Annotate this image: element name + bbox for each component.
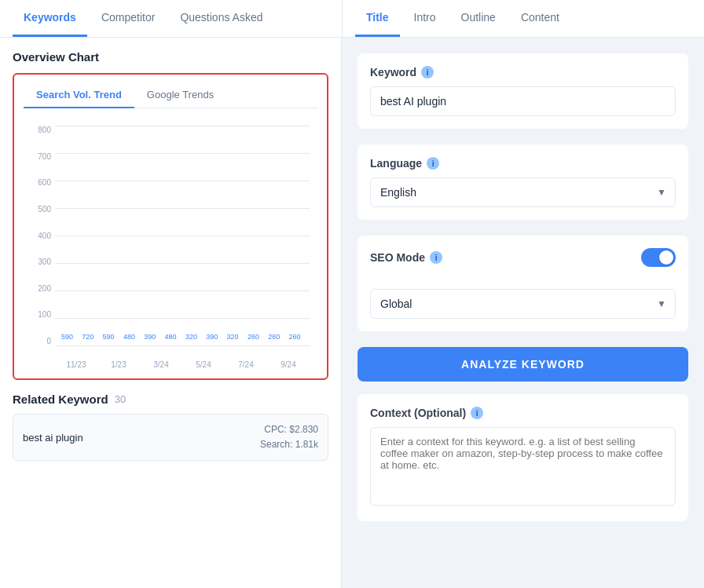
bars-container: 590 720 590: [55, 126, 310, 345]
seo-mode-toggle[interactable]: [641, 248, 676, 267]
seo-mode-info-icon[interactable]: i: [430, 251, 442, 264]
keyword-label: Keyword i: [370, 66, 676, 79]
top-navigation: Keywords Competitor Questions Asked Titl…: [0, 0, 704, 38]
tab-outline[interactable]: Outline: [450, 0, 507, 37]
tab-title[interactable]: Title: [355, 0, 400, 37]
related-keyword-count: 30: [115, 393, 126, 405]
tab-intro[interactable]: Intro: [403, 0, 447, 37]
chart-tab-group: Search Vol. Trend Google Trends: [24, 84, 317, 108]
keyword-meta: CPC: $2.830 Search: 1.81k: [260, 422, 318, 452]
seo-scope-select-wrapper: Global Local National ▼: [370, 289, 676, 319]
tab-content[interactable]: Content: [510, 0, 570, 37]
context-textarea[interactable]: [370, 427, 676, 506]
tab-keywords[interactable]: Keywords: [13, 0, 87, 37]
language-form-group: Language i English Spanish French German…: [358, 144, 688, 220]
y-axis: 800 700 600 500 400 300 200 100 0: [24, 126, 51, 345]
x-axis: 11/23 1/23 3/24 5/24 7/24 9/24: [55, 360, 310, 369]
context-form-group: Context (Optional) i: [358, 394, 688, 521]
right-panel: Keyword i Language i English Spanish Fre…: [342, 38, 704, 588]
analyze-keyword-button[interactable]: ANALYZE KEYWORD: [358, 347, 688, 382]
language-select[interactable]: English Spanish French German: [370, 177, 676, 207]
grid-line: [55, 345, 310, 346]
tab-questions-asked[interactable]: Questions Asked: [169, 0, 273, 37]
language-select-wrapper: English Spanish French German ▼: [370, 177, 676, 207]
tab-google-trends[interactable]: Google Trends: [134, 84, 226, 108]
keyword-cpc: CPC: $2.830: [260, 422, 318, 437]
main-content: Overview Chart Search Vol. Trend Google …: [0, 38, 704, 588]
chart-box: Search Vol. Trend Google Trends 800 700 …: [13, 73, 328, 380]
context-info-icon[interactable]: i: [471, 407, 483, 419]
keyword-input[interactable]: [370, 86, 676, 116]
grid-and-bars: 590 720 590: [55, 126, 310, 345]
keyword-item[interactable]: best ai plugin CPC: $2.830 Search: 1.81k: [13, 414, 328, 461]
bar-chart: 800 700 600 500 400 300 200 100 0: [24, 118, 317, 369]
related-keyword-section: Related Keyword 30 best ai plugin CPC: $…: [13, 393, 328, 461]
keyword-info-icon[interactable]: i: [421, 66, 434, 79]
context-label: Context (Optional) i: [370, 407, 676, 419]
tab-competitor[interactable]: Competitor: [90, 0, 166, 37]
seo-mode-form-group: SEO Mode i Global Local National ▼: [358, 236, 688, 331]
left-tab-group: Keywords Competitor Questions Asked: [0, 0, 342, 37]
keyword-name: best ai plugin: [23, 432, 83, 444]
keyword-search: Search: 1.81k: [260, 437, 318, 452]
left-panel: Overview Chart Search Vol. Trend Google …: [0, 38, 342, 588]
right-tab-group: Title Intro Outline Content: [343, 0, 704, 37]
seo-scope-select[interactable]: Global Local National: [370, 289, 676, 319]
related-keyword-title: Related Keyword 30: [13, 393, 328, 406]
keyword-form-group: Keyword i: [358, 53, 688, 129]
seo-mode-label: SEO Mode i: [370, 251, 442, 264]
overview-chart-title: Overview Chart: [13, 50, 328, 64]
tab-search-vol-trend[interactable]: Search Vol. Trend: [24, 84, 134, 108]
seo-mode-row: SEO Mode i: [370, 248, 676, 267]
language-label: Language i: [370, 157, 676, 170]
language-info-icon[interactable]: i: [427, 157, 439, 170]
toggle-knob: [659, 250, 673, 265]
